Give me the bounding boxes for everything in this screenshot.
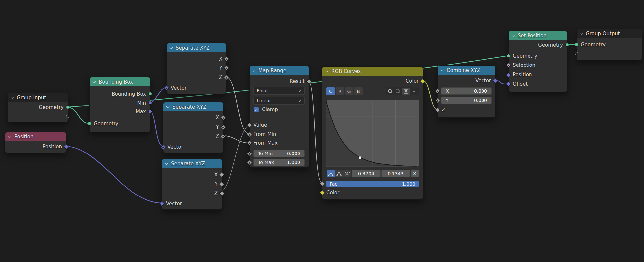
handle-auto-clamped-button[interactable]: [343, 170, 351, 177]
node-map-range[interactable]: Map Range Result Float Linear ✓ Clamp Va…: [249, 66, 309, 168]
node-header[interactable]: RGB Curves: [322, 67, 423, 76]
clamp-checkbox-row[interactable]: ✓ Clamp: [253, 107, 278, 112]
data-type-dropdown[interactable]: Float: [253, 87, 305, 95]
checkbox-checked-icon[interactable]: ✓: [253, 107, 259, 112]
output-label-x: X: [219, 56, 222, 62]
output-label-z: Z: [219, 74, 222, 80]
input-row: Geometry: [90, 119, 150, 128]
fac-slider[interactable]: Fac 1.000: [326, 181, 419, 187]
node-header[interactable]: Set Position: [509, 31, 567, 40]
to-min-label: To Min: [258, 151, 273, 156]
input-label-vector: Vector: [171, 85, 187, 91]
collapse-chevron-icon[interactable]: [170, 46, 173, 50]
node-header[interactable]: Group Input: [8, 93, 68, 102]
node-separate-xyz-3[interactable]: Separate XYZ X Y Z Vector: [162, 159, 222, 210]
collapse-chevron-icon[interactable]: [441, 69, 444, 72]
node-bounding-box[interactable]: Bounding Box Bounding Box Min Max Geomet…: [89, 77, 150, 132]
curve-widget[interactable]: [326, 100, 419, 168]
socket-geometry-input[interactable]: [507, 54, 510, 58]
wire-sep1z-frommin: [226, 77, 249, 134]
node-header[interactable]: Separate XYZ: [163, 102, 223, 111]
output-label-vector: Vector: [475, 78, 491, 84]
channel-button-g[interactable]: G: [345, 87, 353, 95]
node-editor-canvas[interactable]: Group Input Geometry Position Position B…: [0, 0, 644, 262]
socket-geometry-output[interactable]: [565, 43, 569, 47]
socket-geometry-input[interactable]: [88, 122, 91, 125]
channel-button-c[interactable]: C: [326, 87, 335, 95]
collapse-chevron-icon[interactable]: [166, 105, 170, 109]
channel-button-b[interactable]: B: [354, 87, 363, 95]
channel-button-r[interactable]: R: [336, 87, 344, 95]
collapse-chevron-icon[interactable]: [580, 32, 583, 35]
input-label-from-max: From Max: [253, 140, 278, 146]
curve-graph[interactable]: [326, 100, 419, 167]
node-separate-xyz-1[interactable]: Separate XYZ X Y Z Vector: [166, 43, 227, 94]
output-row: Bounding Box: [90, 89, 150, 99]
output-row: Geometry: [8, 103, 68, 112]
socket-max-output[interactable]: [148, 110, 152, 113]
node-header[interactable]: Bounding Box: [90, 77, 150, 86]
zoom-out-icon[interactable]: [394, 88, 402, 95]
point-y-field[interactable]: 0.1343: [381, 170, 410, 177]
collapse-chevron-icon[interactable]: [8, 135, 12, 138]
socket-min-output[interactable]: [148, 101, 152, 105]
curve-point-end[interactable]: [418, 165, 419, 167]
chevron-down-icon: [299, 89, 301, 92]
wire-sep2z-frommax: [223, 136, 249, 143]
socket-geometry-output[interactable]: [66, 105, 69, 109]
y-value: 0.000: [474, 98, 487, 103]
node-group-input[interactable]: Group Input Geometry: [7, 93, 68, 122]
node-separate-xyz-2[interactable]: Separate XYZ X Y Z Vector: [163, 102, 223, 153]
chevron-down-icon: [299, 99, 301, 102]
node-header[interactable]: Separate XYZ: [162, 159, 222, 168]
node-header[interactable]: Separate XYZ: [167, 43, 226, 52]
collapse-chevron-icon[interactable]: [11, 96, 14, 99]
curve-tools-chevron-icon[interactable]: [410, 88, 418, 95]
virtual-socket[interactable]: [575, 52, 578, 55]
point-x-field[interactable]: 0.3704: [352, 170, 381, 177]
zoom-in-icon[interactable]: [387, 88, 394, 95]
collapse-chevron-icon[interactable]: [512, 34, 515, 37]
virtual-socket[interactable]: [66, 115, 69, 118]
collapse-chevron-icon[interactable]: [165, 162, 168, 165]
wire-groupinput-boundingbox: [67, 107, 89, 123]
collapse-chevron-icon[interactable]: [325, 70, 329, 73]
y-label: Y: [446, 98, 449, 103]
x-field[interactable]: X 0.000: [441, 87, 492, 95]
y-field[interactable]: Y 0.000: [441, 97, 492, 104]
to-min-field[interactable]: To Min 0.000: [253, 150, 305, 157]
to-max-field[interactable]: To Max 1.000: [253, 159, 305, 166]
node-header[interactable]: Map Range: [250, 66, 309, 75]
collapse-chevron-icon[interactable]: [253, 69, 256, 72]
node-header[interactable]: Group Output: [577, 29, 642, 38]
point-x-value: 0.3704: [358, 171, 374, 176]
node-title: Position: [14, 134, 33, 140]
node-set-position[interactable]: Set Position Geometry Geometry Selection…: [508, 31, 567, 92]
socket-geometry-input[interactable]: [575, 43, 578, 46]
delete-point-button[interactable]: ✕: [411, 170, 419, 177]
handle-auto-button[interactable]: [327, 170, 335, 177]
clipping-options-icon[interactable]: [402, 88, 410, 95]
x-value: 0.000: [474, 88, 487, 94]
input-label-geometry: Geometry: [581, 42, 606, 48]
node-combine-xyz[interactable]: Combine XYZ Vector X 0.000 Y 0.000 Z: [437, 66, 495, 118]
output-label-bounding-box: Bounding Box: [112, 91, 146, 97]
collapse-chevron-icon[interactable]: [93, 80, 96, 84]
node-title: Separate XYZ: [171, 161, 205, 167]
node-position[interactable]: Position Position: [5, 132, 66, 153]
node-header[interactable]: Combine XYZ: [438, 66, 495, 75]
input-label-z: Z: [442, 107, 445, 113]
node-group-output[interactable]: Group Output Geometry: [576, 29, 642, 60]
x-label: X: [446, 88, 449, 94]
curve-point-selected[interactable]: [359, 157, 361, 159]
node-title: Separate XYZ: [172, 104, 206, 110]
curve-point-start[interactable]: [326, 100, 327, 101]
output-label-x: X: [214, 172, 218, 178]
node-rgb-curves[interactable]: RGB Curves Color C R G B: [322, 66, 423, 200]
clamp-label: Clamp: [262, 107, 278, 112]
node-header[interactable]: Position: [5, 132, 66, 141]
interpolation-dropdown[interactable]: Linear: [253, 97, 305, 105]
wire-max-separate2: [150, 111, 163, 146]
handle-vector-button[interactable]: [335, 170, 343, 177]
socket-bounding-box-output[interactable]: [148, 92, 152, 96]
